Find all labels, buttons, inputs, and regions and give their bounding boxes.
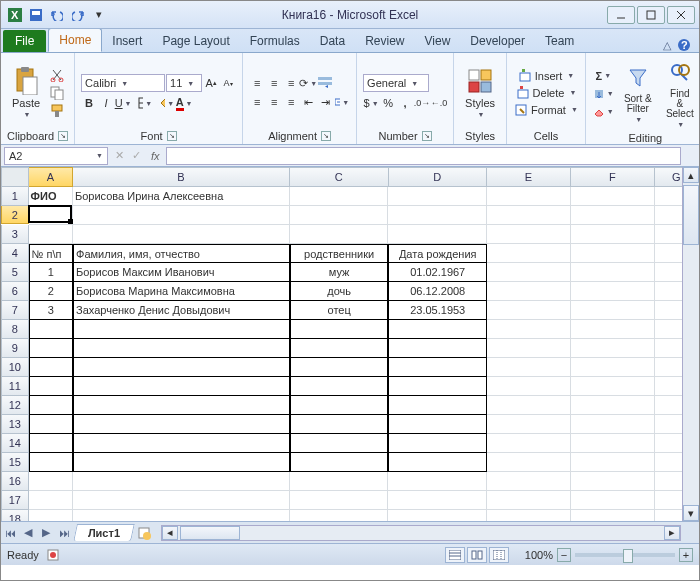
currency-icon[interactable]: $▼	[363, 95, 379, 111]
cell-F1[interactable]	[571, 187, 655, 206]
file-tab[interactable]: File	[3, 30, 46, 52]
orientation-icon[interactable]: ⟳▼	[300, 75, 316, 91]
cell-F15[interactable]	[571, 453, 655, 472]
cell-C10[interactable]	[290, 358, 389, 377]
cell-F11[interactable]	[571, 377, 655, 396]
autosum-icon[interactable]: Σ▼	[592, 68, 615, 84]
scroll-left-button[interactable]: ◂	[162, 526, 178, 540]
row-header[interactable]: 10	[1, 358, 29, 377]
cell-E11[interactable]	[487, 377, 571, 396]
help-icon[interactable]: ?	[677, 38, 691, 52]
cell-D2[interactable]	[388, 206, 487, 225]
normal-view-button[interactable]	[445, 547, 465, 563]
cell-C4[interactable]: родственники	[290, 244, 389, 263]
vertical-scroll-thumb[interactable]	[683, 185, 699, 245]
cell-A6[interactable]: 2	[29, 282, 73, 301]
cell-E16[interactable]	[487, 472, 571, 491]
cell-A10[interactable]	[29, 358, 73, 377]
decrease-indent-icon[interactable]: ⇤	[300, 94, 316, 110]
cell-D17[interactable]	[388, 491, 487, 510]
row-header[interactable]: 5	[1, 263, 29, 282]
cell-A14[interactable]	[29, 434, 73, 453]
tab-formulas[interactable]: Formulas	[240, 30, 310, 52]
row-header[interactable]: 17	[1, 491, 29, 510]
cell-A13[interactable]	[29, 415, 73, 434]
cell-C6[interactable]: дочь	[290, 282, 389, 301]
cell-C15[interactable]	[290, 453, 389, 472]
cell-A15[interactable]	[29, 453, 73, 472]
cell-A1[interactable]: ФИО	[29, 187, 73, 206]
col-header-d[interactable]: D	[389, 167, 488, 187]
decrease-font-icon[interactable]: A▾	[220, 75, 236, 91]
increase-indent-icon[interactable]: ⇥	[317, 94, 333, 110]
cell-B11[interactable]	[73, 377, 290, 396]
row-header[interactable]: 2	[1, 206, 29, 224]
cell-E9[interactable]	[487, 339, 571, 358]
cell-B5[interactable]: Борисов Максим Иванович	[73, 263, 290, 282]
tab-view[interactable]: View	[415, 30, 461, 52]
cell-B14[interactable]	[73, 434, 290, 453]
redo-icon[interactable]	[70, 7, 86, 23]
cell-D1[interactable]	[388, 187, 487, 206]
horizontal-scrollbar[interactable]: ◂ ▸	[161, 525, 681, 541]
cell-E17[interactable]	[487, 491, 571, 510]
cell-D16[interactable]	[388, 472, 487, 491]
cell-F18[interactable]	[571, 510, 655, 521]
cell-D9[interactable]	[388, 339, 487, 358]
close-button[interactable]	[667, 6, 695, 24]
save-icon[interactable]	[28, 7, 44, 23]
col-header-e[interactable]: E	[487, 167, 571, 187]
row-header[interactable]: 1	[1, 187, 29, 206]
last-sheet-button[interactable]: ⏭	[55, 524, 73, 542]
cell-F9[interactable]	[571, 339, 655, 358]
format-painter-icon[interactable]	[49, 103, 65, 119]
zoom-level[interactable]: 100%	[525, 549, 553, 561]
cell-E12[interactable]	[487, 396, 571, 415]
cell-D15[interactable]	[388, 453, 487, 472]
merge-icon[interactable]: ▼	[334, 94, 350, 110]
increase-decimal-icon[interactable]: .0→	[414, 95, 430, 111]
font-launcher[interactable]: ↘	[167, 131, 177, 141]
page-break-view-button[interactable]	[489, 547, 509, 563]
align-top-icon[interactable]: ≡	[249, 75, 265, 91]
row-header[interactable]: 14	[1, 434, 29, 453]
cell-E1[interactable]	[487, 187, 571, 206]
comma-icon[interactable]: ,	[397, 95, 413, 111]
cell-E14[interactable]	[487, 434, 571, 453]
cell-D3[interactable]	[388, 225, 487, 244]
fill-color-icon[interactable]: ▼	[159, 95, 175, 111]
cell-E13[interactable]	[487, 415, 571, 434]
worksheet-grid[interactable]: A B C D E F G 1ФИОБорисова Ирина Алексее…	[1, 167, 699, 521]
cell-A3[interactable]	[29, 225, 73, 244]
row-header[interactable]: 9	[1, 339, 29, 358]
cell-D4[interactable]: Дата рождения	[388, 244, 487, 263]
cell-C17[interactable]	[290, 491, 389, 510]
find-select-button[interactable]: Find & Select▼	[661, 56, 699, 131]
font-size-select[interactable]: 11▼	[166, 74, 202, 92]
cell-C5[interactable]: муж	[290, 263, 389, 282]
cell-C18[interactable]	[290, 510, 389, 521]
percent-icon[interactable]: %	[380, 95, 396, 111]
underline-icon[interactable]: U▼	[115, 95, 131, 111]
tab-review[interactable]: Review	[355, 30, 414, 52]
styles-button[interactable]: Styles▼	[460, 56, 500, 129]
clear-icon[interactable]: ▼	[592, 104, 615, 120]
row-header[interactable]: 8	[1, 320, 29, 339]
clipboard-launcher[interactable]: ↘	[58, 131, 68, 141]
zoom-out-button[interactable]: −	[557, 548, 571, 562]
cell-B15[interactable]	[73, 453, 290, 472]
insert-cells-button[interactable]: Insert▼	[513, 68, 579, 84]
cell-B3[interactable]	[73, 225, 290, 244]
align-middle-icon[interactable]: ≡	[266, 75, 282, 91]
number-launcher[interactable]: ↘	[422, 131, 432, 141]
cell-B6[interactable]: Борисова Марина Максимовна	[73, 282, 290, 301]
select-all-corner[interactable]	[1, 167, 29, 187]
cell-B7[interactable]: Захарченко Денис Довыдович	[73, 301, 290, 320]
cell-A5[interactable]: 1	[29, 263, 73, 282]
cell-B1[interactable]: Борисова Ирина Алексеевна	[73, 187, 290, 206]
cell-B8[interactable]	[73, 320, 290, 339]
cell-E15[interactable]	[487, 453, 571, 472]
cell-D18[interactable]	[388, 510, 487, 521]
zoom-slider[interactable]	[575, 553, 675, 557]
cell-D13[interactable]	[388, 415, 487, 434]
